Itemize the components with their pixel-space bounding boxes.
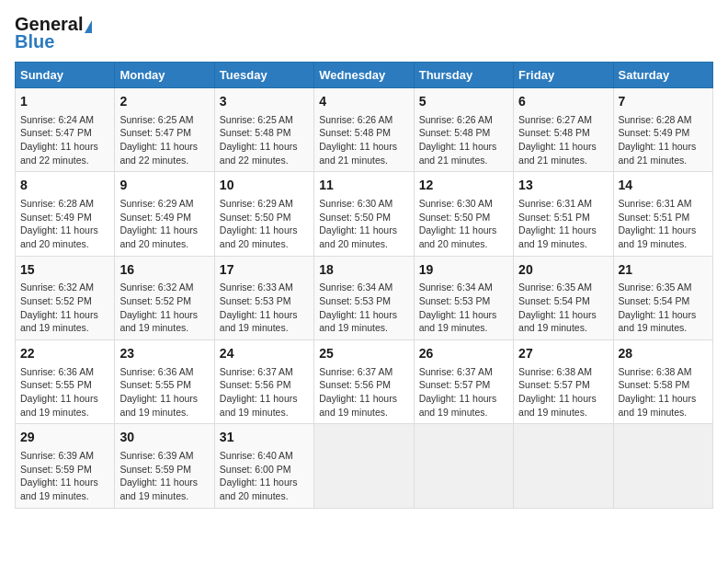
day-number: 7 (619, 93, 708, 111)
day-info: Sunrise: 6:34 AM Sunset: 5:53 PM Dayligh… (419, 281, 508, 335)
day-info: Sunrise: 6:26 AM Sunset: 5:48 PM Dayligh… (319, 113, 408, 167)
week-row-3: 15Sunrise: 6:32 AM Sunset: 5:52 PM Dayli… (16, 256, 713, 339)
day-number: 23 (119, 345, 209, 363)
day-number: 25 (319, 345, 408, 363)
day-info: Sunrise: 6:31 AM Sunset: 5:51 PM Dayligh… (619, 197, 708, 251)
day-cell: 2Sunrise: 6:25 AM Sunset: 5:47 PM Daylig… (115, 88, 214, 172)
day-number: 31 (220, 429, 309, 447)
day-number: 14 (619, 177, 708, 195)
day-cell: 6Sunrise: 6:27 AM Sunset: 5:48 PM Daylig… (514, 88, 613, 172)
day-cell (314, 424, 414, 508)
day-cell: 20Sunrise: 6:35 AM Sunset: 5:54 PM Dayli… (514, 256, 613, 339)
day-info: Sunrise: 6:39 AM Sunset: 5:59 PM Dayligh… (119, 449, 209, 503)
day-cell: 22Sunrise: 6:36 AM Sunset: 5:55 PM Dayli… (16, 340, 115, 424)
logo-arrow-icon (85, 20, 92, 33)
day-info: Sunrise: 6:37 AM Sunset: 5:57 PM Dayligh… (419, 365, 508, 419)
day-number: 4 (319, 93, 408, 111)
day-info: Sunrise: 6:28 AM Sunset: 5:49 PM Dayligh… (619, 113, 708, 167)
day-cell: 18Sunrise: 6:34 AM Sunset: 5:53 PM Dayli… (314, 256, 414, 339)
logo-general: General (15, 15, 83, 33)
day-info: Sunrise: 6:30 AM Sunset: 5:50 PM Dayligh… (419, 197, 508, 251)
day-cell: 17Sunrise: 6:33 AM Sunset: 5:53 PM Dayli… (214, 256, 313, 339)
day-number: 28 (619, 345, 708, 363)
day-number: 11 (319, 177, 408, 195)
day-number: 2 (119, 93, 209, 111)
day-number: 20 (518, 261, 608, 280)
day-number: 3 (220, 93, 309, 111)
day-cell: 21Sunrise: 6:35 AM Sunset: 5:54 PM Dayli… (613, 256, 712, 339)
day-info: Sunrise: 6:37 AM Sunset: 5:56 PM Dayligh… (220, 365, 309, 419)
day-number: 29 (20, 429, 109, 447)
week-row-2: 8Sunrise: 6:28 AM Sunset: 5:49 PM Daylig… (16, 172, 713, 256)
day-cell: 7Sunrise: 6:28 AM Sunset: 5:49 PM Daylig… (613, 88, 712, 172)
day-cell: 16Sunrise: 6:32 AM Sunset: 5:52 PM Dayli… (115, 256, 214, 339)
day-number: 13 (518, 177, 608, 195)
day-number: 15 (20, 261, 109, 280)
day-info: Sunrise: 6:34 AM Sunset: 5:53 PM Dayligh… (319, 281, 408, 335)
day-cell: 14Sunrise: 6:31 AM Sunset: 5:51 PM Dayli… (613, 172, 712, 256)
day-info: Sunrise: 6:29 AM Sunset: 5:49 PM Dayligh… (119, 197, 209, 251)
day-info: Sunrise: 6:39 AM Sunset: 5:59 PM Dayligh… (20, 449, 109, 503)
day-cell: 13Sunrise: 6:31 AM Sunset: 5:51 PM Dayli… (514, 172, 613, 256)
day-number: 22 (20, 345, 109, 363)
day-header-tuesday: Tuesday (214, 63, 313, 88)
day-header-friday: Friday (514, 63, 613, 88)
day-cell: 27Sunrise: 6:38 AM Sunset: 5:57 PM Dayli… (514, 340, 613, 424)
day-cell: 11Sunrise: 6:30 AM Sunset: 5:50 PM Dayli… (314, 172, 414, 256)
day-cell (613, 424, 712, 508)
week-row-5: 29Sunrise: 6:39 AM Sunset: 5:59 PM Dayli… (16, 424, 713, 508)
day-cell: 5Sunrise: 6:26 AM Sunset: 5:48 PM Daylig… (414, 88, 513, 172)
day-number: 8 (20, 177, 109, 195)
day-info: Sunrise: 6:30 AM Sunset: 5:50 PM Dayligh… (319, 197, 408, 251)
day-number: 10 (220, 177, 309, 195)
day-info: Sunrise: 6:27 AM Sunset: 5:48 PM Dayligh… (518, 113, 608, 167)
day-info: Sunrise: 6:37 AM Sunset: 5:56 PM Dayligh… (319, 365, 408, 419)
day-number: 26 (419, 345, 508, 363)
day-cell: 25Sunrise: 6:37 AM Sunset: 5:56 PM Dayli… (314, 340, 414, 424)
day-info: Sunrise: 6:36 AM Sunset: 5:55 PM Dayligh… (119, 365, 209, 419)
calendar-table: SundayMondayTuesdayWednesdayThursdayFrid… (15, 62, 713, 509)
day-info: Sunrise: 6:28 AM Sunset: 5:49 PM Dayligh… (20, 197, 109, 251)
day-cell: 10Sunrise: 6:29 AM Sunset: 5:50 PM Dayli… (214, 172, 313, 256)
logo: General Blue (15, 15, 92, 52)
day-info: Sunrise: 6:40 AM Sunset: 6:00 PM Dayligh… (220, 449, 309, 503)
day-header-thursday: Thursday (414, 63, 513, 88)
day-info: Sunrise: 6:32 AM Sunset: 5:52 PM Dayligh… (119, 281, 209, 335)
day-info: Sunrise: 6:35 AM Sunset: 5:54 PM Dayligh… (518, 281, 608, 335)
day-number: 1 (20, 93, 109, 111)
day-info: Sunrise: 6:33 AM Sunset: 5:53 PM Dayligh… (220, 281, 309, 335)
day-cell: 31Sunrise: 6:40 AM Sunset: 6:00 PM Dayli… (214, 424, 313, 508)
day-header-sunday: Sunday (16, 63, 115, 88)
day-cell: 24Sunrise: 6:37 AM Sunset: 5:56 PM Dayli… (214, 340, 313, 424)
day-number: 30 (119, 429, 209, 447)
day-info: Sunrise: 6:26 AM Sunset: 5:48 PM Dayligh… (419, 113, 508, 167)
day-number: 16 (119, 261, 209, 280)
week-row-4: 22Sunrise: 6:36 AM Sunset: 5:55 PM Dayli… (16, 340, 713, 424)
day-cell (414, 424, 513, 508)
day-info: Sunrise: 6:24 AM Sunset: 5:47 PM Dayligh… (20, 113, 109, 167)
day-number: 6 (518, 93, 608, 111)
header-row: SundayMondayTuesdayWednesdayThursdayFrid… (16, 63, 713, 88)
day-number: 5 (419, 93, 508, 111)
day-info: Sunrise: 6:29 AM Sunset: 5:50 PM Dayligh… (220, 197, 309, 251)
day-cell: 3Sunrise: 6:25 AM Sunset: 5:48 PM Daylig… (214, 88, 313, 172)
day-info: Sunrise: 6:38 AM Sunset: 5:57 PM Dayligh… (518, 365, 608, 419)
day-number: 17 (220, 261, 309, 280)
day-header-wednesday: Wednesday (314, 63, 414, 88)
day-header-saturday: Saturday (613, 63, 712, 88)
day-cell: 9Sunrise: 6:29 AM Sunset: 5:49 PM Daylig… (115, 172, 214, 256)
day-number: 18 (319, 261, 408, 280)
logo-blue: Blue (15, 31, 92, 52)
day-cell: 12Sunrise: 6:30 AM Sunset: 5:50 PM Dayli… (414, 172, 513, 256)
day-number: 27 (518, 345, 608, 363)
day-cell: 26Sunrise: 6:37 AM Sunset: 5:57 PM Dayli… (414, 340, 513, 424)
day-number: 12 (419, 177, 508, 195)
page-header: General Blue (15, 15, 713, 52)
day-info: Sunrise: 6:38 AM Sunset: 5:58 PM Dayligh… (619, 365, 708, 419)
day-header-monday: Monday (115, 63, 214, 88)
day-number: 19 (419, 261, 508, 280)
day-number: 24 (220, 345, 309, 363)
day-info: Sunrise: 6:31 AM Sunset: 5:51 PM Dayligh… (518, 197, 608, 251)
day-cell (514, 424, 613, 508)
day-cell: 29Sunrise: 6:39 AM Sunset: 5:59 PM Dayli… (16, 424, 115, 508)
